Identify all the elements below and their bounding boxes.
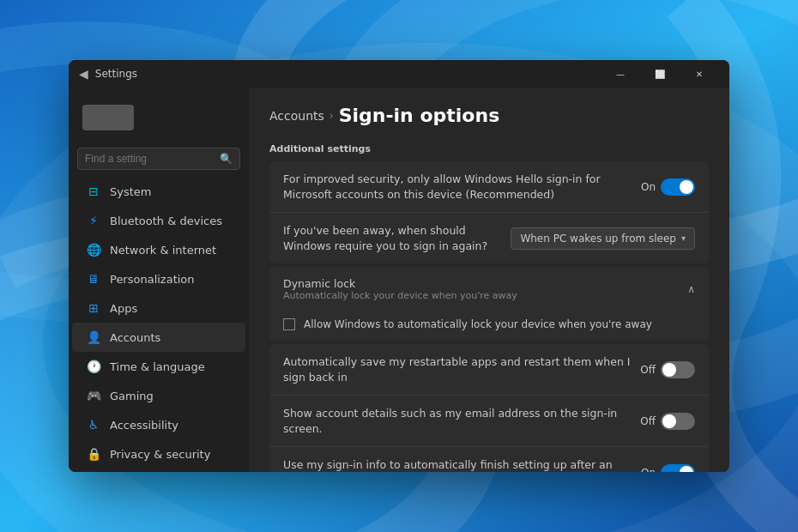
sign-in-again-row: If you've been away, when should Windows… — [269, 213, 709, 263]
close-button[interactable]: ✕ — [680, 60, 719, 88]
restart-apps-toggle-label: Off — [640, 364, 656, 376]
sign-in-info-row: Use my sign-in info to automatically fin… — [269, 447, 709, 472]
additional-settings-label: Additional settings — [269, 143, 709, 154]
account-details-row: Show account details such as my email ad… — [269, 396, 709, 447]
title-bar: ◀ Settings — ⬜ ✕ — [69, 60, 729, 88]
toggle-thumb — [662, 414, 676, 428]
nav-icon-network: 🌐 — [86, 242, 101, 257]
restore-button[interactable]: ⬜ — [640, 60, 680, 88]
nav-icon-time: 🕐 — [86, 359, 101, 374]
sidebar-item-system[interactable]: ⊟ System — [72, 177, 245, 206]
chevron-up-icon: ∧ — [687, 283, 695, 295]
avatar — [82, 105, 134, 130]
nav-list: ⊟ System ⚡ Bluetooth & devices 🌐 Network… — [69, 177, 249, 472]
sidebar-item-accounts[interactable]: 👤 Accounts — [72, 323, 245, 352]
sidebar-item-time[interactable]: 🕐 Time & language — [72, 352, 245, 381]
search-input[interactable] — [85, 153, 220, 165]
nav-label-privacy: Privacy & security — [110, 448, 210, 461]
restart-apps-row: Automatically save my restartable apps a… — [269, 344, 709, 396]
dynamic-lock-title-block: Dynamic lock Automatically lock your dev… — [283, 277, 517, 301]
sign-in-again-dropdown[interactable]: When PC wakes up from sleep ▾ — [511, 227, 695, 250]
sidebar-item-apps[interactable]: ⊞ Apps — [72, 293, 245, 323]
dynamic-lock-title: Dynamic lock — [283, 277, 517, 290]
nav-icon-personalization: 🖥 — [86, 271, 101, 287]
sign-in-info-toggle[interactable] — [661, 464, 695, 473]
dynamic-lock-checkbox-label: Allow Windows to automatically lock your… — [304, 318, 652, 330]
dynamic-lock-section: Dynamic lock Automatically lock your dev… — [269, 267, 709, 341]
sidebar-item-bluetooth[interactable]: ⚡ Bluetooth & devices — [72, 206, 245, 235]
nav-label-network: Network & internet — [110, 244, 216, 257]
nav-icon-system: ⊟ — [86, 184, 101, 199]
nav-icon-apps: ⊞ — [86, 300, 101, 316]
dynamic-lock-header[interactable]: Dynamic lock Automatically lock your dev… — [269, 267, 709, 311]
window-controls: — ⬜ ✕ — [601, 60, 719, 88]
nav-icon-accessibility: ♿ — [86, 417, 101, 432]
nav-label-time: Time & language — [110, 360, 205, 373]
windows-hello-toggle-label: On — [641, 181, 656, 193]
nav-icon-accounts: 👤 — [86, 329, 101, 345]
nav-label-system: System — [110, 185, 151, 198]
toggle-thumb — [680, 180, 693, 194]
windows-hello-row: For improved security, only allow Window… — [269, 161, 709, 213]
windows-hello-toggle[interactable] — [661, 178, 695, 196]
settings-card: For improved security, only allow Window… — [269, 161, 709, 263]
sidebar-item-privacy[interactable]: 🔒 Privacy & security — [72, 439, 245, 469]
sidebar-item-accessibility[interactable]: ♿ Accessibility — [72, 410, 245, 439]
restart-apps-text: Automatically save my restartable apps a… — [283, 354, 640, 384]
dynamic-lock-checkbox[interactable] — [283, 318, 295, 330]
window-title: Settings — [95, 68, 601, 80]
breadcrumb-parent[interactable]: Accounts — [269, 109, 324, 123]
content-area: 🔍 ⊟ System ⚡ Bluetooth & devices 🌐 Netwo… — [69, 88, 729, 472]
nav-icon-privacy: 🔒 — [86, 446, 101, 462]
main-panel: Accounts › Sign-in options Additional se… — [249, 88, 729, 472]
dropdown-value: When PC wakes up from sleep — [520, 233, 676, 245]
breadcrumb-separator: › — [329, 110, 334, 122]
nav-label-gaming: Gaming — [110, 390, 154, 402]
account-details-toggle[interactable] — [661, 413, 695, 430]
dynamic-lock-subtitle: Automatically lock your device when you'… — [283, 290, 517, 301]
sidebar-item-personalization[interactable]: 🖥 Personalization — [72, 264, 245, 293]
sidebar-item-windows_update[interactable]: 🔄 Windows Update — [72, 469, 245, 472]
sign-in-info-toggle-label: On — [641, 467, 656, 473]
sign-in-info-text: Use my sign-in info to automatically fin… — [283, 457, 641, 472]
nav-label-apps: Apps — [110, 302, 137, 315]
settings-window: ◀ Settings — ⬜ ✕ 🔍 ⊟ System ⚡ Bluetooth … — [69, 60, 729, 472]
chevron-down-icon: ▾ — [681, 233, 686, 243]
search-box[interactable]: 🔍 — [77, 148, 240, 170]
back-button[interactable]: ◀ — [79, 67, 88, 81]
sidebar-item-gaming[interactable]: 🎮 Gaming — [72, 381, 245, 410]
nav-label-personalization: Personalization — [110, 273, 195, 286]
nav-icon-gaming: 🎮 — [86, 388, 101, 403]
account-details-toggle-label: Off — [640, 415, 656, 427]
sidebar-item-network[interactable]: 🌐 Network & internet — [72, 235, 245, 264]
sign-in-again-text: If you've been away, when should Windows… — [283, 223, 511, 253]
breadcrumb: Accounts › Sign-in options — [269, 105, 709, 126]
toggle-thumb — [680, 466, 693, 473]
dynamic-lock-content: Allow Windows to automatically lock your… — [269, 311, 709, 341]
minimize-button[interactable]: — — [601, 60, 640, 88]
user-profile — [69, 94, 249, 141]
restart-apps-toggle[interactable] — [661, 361, 695, 378]
search-icon: 🔍 — [220, 153, 233, 165]
nav-label-accounts: Accounts — [110, 331, 160, 344]
windows-hello-text: For improved security, only allow Window… — [283, 172, 641, 202]
account-details-text: Show account details such as my email ad… — [283, 406, 640, 436]
toggle-thumb — [662, 363, 676, 377]
nav-label-bluetooth: Bluetooth & devices — [110, 215, 222, 227]
nav-label-accessibility: Accessibility — [110, 419, 178, 432]
page-title: Sign-in options — [339, 105, 500, 126]
sidebar: 🔍 ⊟ System ⚡ Bluetooth & devices 🌐 Netwo… — [69, 88, 249, 472]
nav-icon-bluetooth: ⚡ — [86, 213, 101, 228]
more-settings-card: Automatically save my restartable apps a… — [269, 344, 709, 472]
dynamic-lock-checkbox-row: Allow Windows to automatically lock your… — [283, 318, 695, 330]
